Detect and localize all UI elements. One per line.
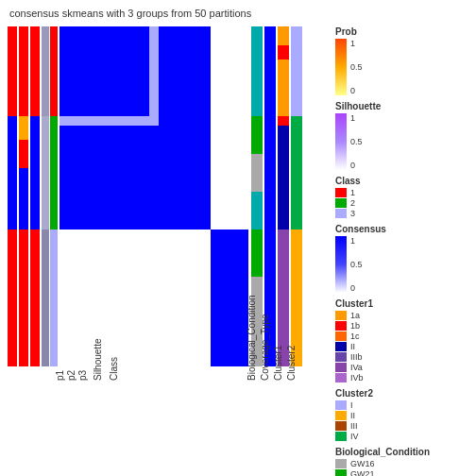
- p2-group3: [19, 230, 28, 366]
- cluster1-item-1a: 1a: [335, 311, 475, 320]
- cluster2-item-I: I: [335, 400, 475, 410]
- consensus-gradient-labels: 1 0.5 0: [350, 236, 363, 293]
- p1-group3: [8, 230, 17, 366]
- xlabel-p3: p3: [77, 369, 88, 381]
- p3-group3: [30, 230, 40, 366]
- p2-g2c: [19, 168, 28, 230]
- biocond-label-gw21: GW21: [350, 469, 375, 476]
- bio-cond-g3a: [251, 230, 263, 277]
- biocond-item-gw21: GW21: [335, 469, 475, 476]
- legend-cluster2: Cluster2 I II III IV: [335, 388, 475, 441]
- prob-mid-label: 0.5: [350, 62, 363, 72]
- cluster2-label-I: I: [350, 400, 353, 410]
- cluster1-item-IIIb: IIIb: [335, 352, 475, 362]
- bio-cond-g1: [251, 26, 263, 116]
- class-swatch-3: [335, 209, 347, 218]
- prob-gradient-bar: [335, 39, 347, 95]
- cluster1-item-IVa: IVa: [335, 363, 475, 372]
- offdiag-2: [149, 26, 159, 126]
- consensus-gradient-legend: 1 0.5 0: [335, 236, 475, 293]
- prob-max-label: 1: [350, 39, 363, 48]
- xlabel-p1: p1: [55, 369, 65, 381]
- cluster1-g2a: [278, 116, 289, 126]
- cluster2-label-II: II: [350, 411, 355, 420]
- cluster2-g2: [291, 116, 302, 230]
- silhouette-g2: [42, 116, 49, 230]
- offdiag-3: [60, 116, 149, 126]
- cluster2-item-II: II: [335, 411, 475, 420]
- legend-prob: Prob 1 0.5 0: [335, 26, 475, 95]
- p2-g2b: [19, 140, 28, 168]
- silhouette-g1: [42, 26, 49, 116]
- prob-gradient-legend: 1 0.5 0: [335, 39, 475, 95]
- xlabel-biocond: Biological_Condition: [246, 295, 257, 381]
- cluster1-label-IIIb: IIIb: [350, 352, 363, 362]
- class-g1: [50, 26, 58, 116]
- cluster1-label-IVa: IVa: [350, 363, 363, 372]
- cluster1-swatch-II: [335, 342, 347, 351]
- offdiag-7: [149, 230, 211, 366]
- cluster1-swatch-IVa: [335, 363, 347, 372]
- p3-group1: [30, 26, 40, 116]
- cluster1-label-1b: 1b: [350, 321, 360, 331]
- legend-cluster2-title: Cluster2: [335, 388, 475, 399]
- cluster2-swatch-III: [335, 421, 347, 431]
- cluster1-label-1c: 1c: [350, 332, 360, 341]
- xlabel-silhouette: Silhouette: [93, 338, 103, 381]
- xlabel-p2: p2: [66, 369, 76, 381]
- class-label-3: 3: [350, 209, 355, 218]
- class-label-1: 1: [350, 188, 355, 197]
- class-swatch-2: [335, 198, 347, 208]
- silhouette-max-label: 1: [350, 113, 363, 123]
- c1-s1: [278, 26, 289, 45]
- class-label-2: 2: [350, 198, 355, 208]
- g2-final: [149, 126, 211, 230]
- p1-group2: [8, 116, 17, 230]
- cluster1-item-1c: 1c: [335, 332, 475, 341]
- legend-biocond: Biological_Condition GW16 GW21 GW21+3: [335, 447, 475, 476]
- cluster2-g1: [291, 26, 302, 116]
- cluster1-g2b: [278, 126, 289, 230]
- cluster1-item-IVb: IVb: [335, 373, 475, 382]
- legend-silhouette-title: Silhouette: [335, 101, 475, 111]
- class-item-2: 2: [335, 198, 475, 208]
- cluster1-swatch-1c: [335, 332, 347, 341]
- consensus-min-label: 0: [350, 283, 363, 293]
- bio-cond-g2b: [251, 154, 263, 192]
- biocond-item-gw16: GW16: [335, 459, 475, 468]
- cluster1-swatch-1b: [335, 321, 347, 331]
- class-item-3: 3: [335, 209, 475, 218]
- c1-s3: [278, 60, 289, 116]
- class-item-1: 1: [335, 188, 475, 197]
- legend-class: Class 1 2 3: [335, 176, 475, 218]
- class-swatch-1: [335, 188, 347, 197]
- xlabel-class: Class: [109, 357, 119, 381]
- bio-cond-g2c: [251, 192, 263, 230]
- silhouette-gradient-bar: [335, 113, 347, 170]
- legend-panel: Prob 1 0.5 0 Silhouette 1 0.5 0: [335, 26, 475, 461]
- consensus-max-label: 1: [350, 236, 363, 246]
- bio-cond-g2a: [251, 116, 263, 154]
- silhouette-g3: [42, 230, 49, 366]
- p2-g2a: [19, 116, 28, 140]
- silhouette-min-label: 0: [350, 161, 363, 170]
- cluster1-item-II: II: [335, 342, 475, 351]
- prob-min-label: 0: [350, 86, 363, 95]
- consensus-mid-label: 0.5: [350, 260, 363, 269]
- legend-biocond-title: Biological_Condition: [335, 447, 475, 457]
- cluster2-label-III: III: [350, 421, 358, 431]
- legend-cluster1-title: Cluster1: [335, 298, 475, 309]
- offdiag-5: [60, 230, 149, 366]
- cluster1-swatch-IIIb: [335, 352, 347, 362]
- class-g3: [50, 230, 58, 366]
- legend-prob-title: Prob: [335, 26, 475, 37]
- p2-group1: [19, 26, 28, 116]
- cluster1-item-1b: 1b: [335, 321, 475, 331]
- legend-consensus: Consensus 1 0.5 0: [335, 224, 475, 293]
- xlabel-cluster1: Cluster1: [273, 345, 283, 381]
- silhouette-gradient-labels: 1 0.5 0: [350, 113, 363, 170]
- cluster1-label-IVb: IVb: [350, 373, 364, 382]
- cluster2-swatch-IV: [335, 432, 347, 441]
- offdiag-6: [211, 26, 248, 230]
- consensus-gradient-bar: [335, 236, 347, 293]
